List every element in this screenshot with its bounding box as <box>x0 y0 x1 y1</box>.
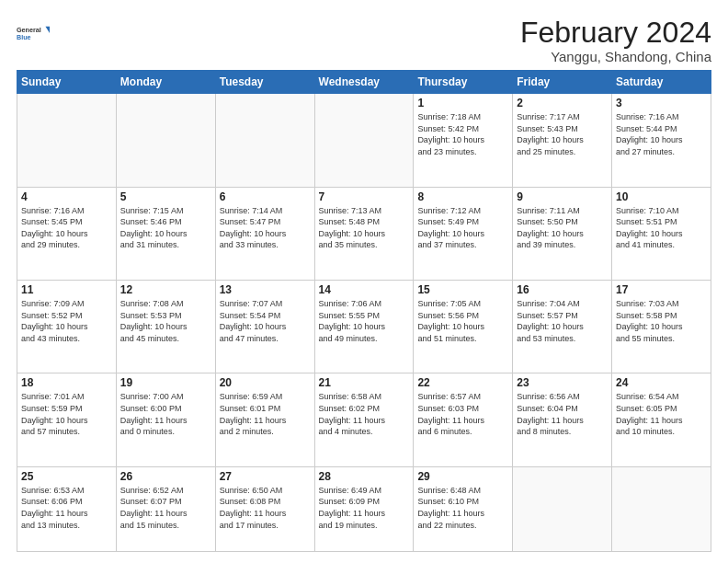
weekday-tuesday: Tuesday <box>215 71 314 94</box>
day-number: 21 <box>319 376 410 389</box>
week-row-4: 25Sunrise: 6:53 AMSunset: 6:06 PMDayligh… <box>17 466 711 551</box>
title-block: February 2024 Yanggu, Shandong, China <box>520 17 711 64</box>
day-info: Sunrise: 7:06 AMSunset: 5:55 PMDaylight:… <box>319 298 410 344</box>
weekday-wednesday: Wednesday <box>314 71 414 94</box>
day-number: 19 <box>120 376 211 389</box>
svg-marker-2 <box>46 27 51 33</box>
day-info: Sunrise: 7:16 AMSunset: 5:44 PMDaylight:… <box>616 111 707 157</box>
calendar-cell: 15Sunrise: 7:05 AMSunset: 5:56 PMDayligh… <box>414 281 513 373</box>
day-number: 14 <box>319 283 410 296</box>
day-info: Sunrise: 6:57 AMSunset: 6:03 PMDaylight:… <box>417 391 508 437</box>
day-info: Sunrise: 6:48 AMSunset: 6:10 PMDaylight:… <box>417 485 508 531</box>
day-number: 27 <box>220 470 311 483</box>
calendar-cell: 16Sunrise: 7:04 AMSunset: 5:57 PMDayligh… <box>513 281 612 373</box>
day-number: 18 <box>21 376 112 389</box>
day-info: Sunrise: 7:16 AMSunset: 5:45 PMDaylight:… <box>21 205 112 251</box>
subtitle: Yanggu, Shandong, China <box>520 49 711 64</box>
calendar-cell: 2Sunrise: 7:17 AMSunset: 5:43 PMDaylight… <box>513 94 612 187</box>
day-info: Sunrise: 6:53 AMSunset: 6:06 PMDaylight:… <box>21 485 112 531</box>
main-title: February 2024 <box>520 17 711 49</box>
day-info: Sunrise: 6:49 AMSunset: 6:09 PMDaylight:… <box>319 485 410 531</box>
calendar-cell: 25Sunrise: 6:53 AMSunset: 6:06 PMDayligh… <box>17 466 117 551</box>
week-row-2: 11Sunrise: 7:09 AMSunset: 5:52 PMDayligh… <box>17 281 711 373</box>
calendar-cell <box>612 466 711 551</box>
day-info: Sunrise: 6:50 AMSunset: 6:08 PMDaylight:… <box>220 485 311 531</box>
day-info: Sunrise: 7:09 AMSunset: 5:52 PMDaylight:… <box>21 298 112 344</box>
day-number: 26 <box>120 470 211 483</box>
weekday-sunday: Sunday <box>17 71 117 94</box>
calendar-cell: 27Sunrise: 6:50 AMSunset: 6:08 PMDayligh… <box>215 466 314 551</box>
page: General Blue February 2024 Yanggu, Shand… <box>0 0 728 563</box>
day-number: 16 <box>517 283 608 296</box>
calendar-cell: 10Sunrise: 7:10 AMSunset: 5:51 PMDayligh… <box>612 187 711 280</box>
day-info: Sunrise: 7:10 AMSunset: 5:51 PMDaylight:… <box>616 205 707 251</box>
day-info: Sunrise: 7:08 AMSunset: 5:53 PMDaylight:… <box>120 298 211 344</box>
calendar-table: SundayMondayTuesdayWednesdayThursdayFrid… <box>17 70 711 552</box>
day-number: 24 <box>616 376 707 389</box>
svg-text:General: General <box>17 26 41 34</box>
calendar-cell: 13Sunrise: 7:07 AMSunset: 5:54 PMDayligh… <box>215 281 314 373</box>
calendar-cell: 19Sunrise: 7:00 AMSunset: 6:00 PMDayligh… <box>116 373 215 466</box>
header: General Blue February 2024 Yanggu, Shand… <box>17 17 711 64</box>
day-info: Sunrise: 6:58 AMSunset: 6:02 PMDaylight:… <box>319 391 410 437</box>
day-info: Sunrise: 7:07 AMSunset: 5:54 PMDaylight:… <box>220 298 311 344</box>
day-number: 29 <box>417 470 508 483</box>
calendar-cell <box>314 94 414 187</box>
calendar-cell: 14Sunrise: 7:06 AMSunset: 5:55 PMDayligh… <box>314 281 414 373</box>
calendar-cell <box>116 94 215 187</box>
day-number: 17 <box>616 283 707 296</box>
day-info: Sunrise: 7:00 AMSunset: 6:00 PMDaylight:… <box>120 391 211 437</box>
svg-text:Blue: Blue <box>17 33 31 41</box>
day-info: Sunrise: 7:01 AMSunset: 5:59 PMDaylight:… <box>21 391 112 437</box>
day-number: 10 <box>616 190 707 203</box>
day-info: Sunrise: 7:05 AMSunset: 5:56 PMDaylight:… <box>417 298 508 344</box>
day-number: 12 <box>120 283 211 296</box>
weekday-thursday: Thursday <box>414 71 513 94</box>
calendar-cell: 9Sunrise: 7:11 AMSunset: 5:50 PMDaylight… <box>513 187 612 280</box>
week-row-1: 4Sunrise: 7:16 AMSunset: 5:45 PMDaylight… <box>17 187 711 280</box>
day-info: Sunrise: 7:18 AMSunset: 5:42 PMDaylight:… <box>417 111 508 157</box>
day-info: Sunrise: 7:12 AMSunset: 5:49 PMDaylight:… <box>417 205 508 251</box>
day-info: Sunrise: 6:54 AMSunset: 6:05 PMDaylight:… <box>616 391 707 437</box>
calendar-cell: 29Sunrise: 6:48 AMSunset: 6:10 PMDayligh… <box>414 466 513 551</box>
day-number: 2 <box>517 97 608 109</box>
day-number: 4 <box>21 190 112 203</box>
calendar-cell: 12Sunrise: 7:08 AMSunset: 5:53 PMDayligh… <box>116 281 215 373</box>
calendar-cell: 1Sunrise: 7:18 AMSunset: 5:42 PMDaylight… <box>414 94 513 187</box>
weekday-header-row: SundayMondayTuesdayWednesdayThursdayFrid… <box>17 71 711 94</box>
calendar-cell: 5Sunrise: 7:15 AMSunset: 5:46 PMDaylight… <box>116 187 215 280</box>
calendar-cell: 3Sunrise: 7:16 AMSunset: 5:44 PMDaylight… <box>612 94 711 187</box>
calendar-cell <box>17 94 117 187</box>
weekday-monday: Monday <box>116 71 215 94</box>
day-number: 13 <box>220 283 311 296</box>
calendar-cell: 11Sunrise: 7:09 AMSunset: 5:52 PMDayligh… <box>17 281 117 373</box>
day-number: 1 <box>417 97 508 109</box>
day-number: 25 <box>21 470 112 483</box>
calendar-cell: 4Sunrise: 7:16 AMSunset: 5:45 PMDaylight… <box>17 187 117 280</box>
logo: General Blue <box>17 17 50 50</box>
day-info: Sunrise: 6:56 AMSunset: 6:04 PMDaylight:… <box>517 391 608 437</box>
day-info: Sunrise: 7:15 AMSunset: 5:46 PMDaylight:… <box>120 205 211 251</box>
day-number: 28 <box>319 470 410 483</box>
day-info: Sunrise: 7:03 AMSunset: 5:58 PMDaylight:… <box>616 298 707 344</box>
day-info: Sunrise: 6:59 AMSunset: 6:01 PMDaylight:… <box>220 391 311 437</box>
day-info: Sunrise: 7:13 AMSunset: 5:48 PMDaylight:… <box>319 205 410 251</box>
day-number: 23 <box>517 376 608 389</box>
day-info: Sunrise: 7:11 AMSunset: 5:50 PMDaylight:… <box>517 205 608 251</box>
calendar-cell: 6Sunrise: 7:14 AMSunset: 5:47 PMDaylight… <box>215 187 314 280</box>
day-number: 11 <box>21 283 112 296</box>
day-number: 15 <box>417 283 508 296</box>
logo-svg: General Blue <box>17 17 50 50</box>
calendar-cell: 18Sunrise: 7:01 AMSunset: 5:59 PMDayligh… <box>17 373 117 466</box>
week-row-3: 18Sunrise: 7:01 AMSunset: 5:59 PMDayligh… <box>17 373 711 466</box>
weekday-saturday: Saturday <box>612 71 711 94</box>
calendar-cell: 28Sunrise: 6:49 AMSunset: 6:09 PMDayligh… <box>314 466 414 551</box>
calendar-cell: 7Sunrise: 7:13 AMSunset: 5:48 PMDaylight… <box>314 187 414 280</box>
day-info: Sunrise: 7:04 AMSunset: 5:57 PMDaylight:… <box>517 298 608 344</box>
day-number: 9 <box>517 190 608 203</box>
day-number: 7 <box>319 190 410 203</box>
calendar-cell: 26Sunrise: 6:52 AMSunset: 6:07 PMDayligh… <box>116 466 215 551</box>
day-info: Sunrise: 7:14 AMSunset: 5:47 PMDaylight:… <box>220 205 311 251</box>
calendar-cell: 23Sunrise: 6:56 AMSunset: 6:04 PMDayligh… <box>513 373 612 466</box>
day-info: Sunrise: 7:17 AMSunset: 5:43 PMDaylight:… <box>517 111 608 157</box>
